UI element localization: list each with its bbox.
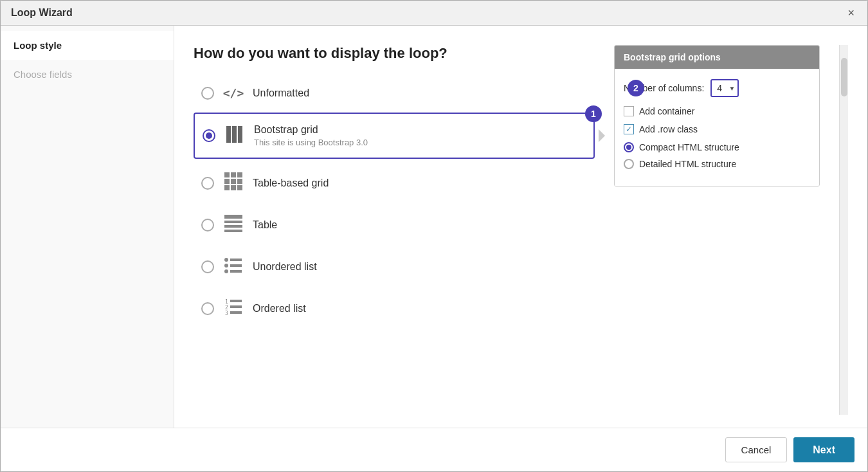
radio-ordered-list[interactable] xyxy=(201,302,214,315)
option-table-based-grid[interactable]: Table-based grid xyxy=(194,165,595,201)
dialog-footer: Cancel Next xyxy=(1,428,867,471)
columns-select[interactable]: 1 2 3 4 5 6 xyxy=(710,79,739,97)
main-content: How do you want to display the loop? </>… xyxy=(174,26,867,428)
unordered-list-icon xyxy=(222,255,245,278)
compact-html-label: Compact HTML structure xyxy=(639,142,739,152)
dialog-titlebar: Loop Wizard × xyxy=(1,1,867,26)
svg-rect-15 xyxy=(224,230,242,232)
option-unordered-list[interactable]: Unordered list xyxy=(194,249,595,284)
sidebar-item-choose-fields[interactable]: Choose fields xyxy=(1,60,174,89)
radio-unordered-list[interactable] xyxy=(201,260,214,273)
code-icon: </> xyxy=(222,86,245,100)
option-ordered-list[interactable]: 1 2 3 Ordered list xyxy=(194,291,595,326)
svg-text:2: 2 xyxy=(225,305,228,311)
loop-wizard-dialog: Loop Wizard × Loop style Choose fields H… xyxy=(0,0,868,472)
close-button[interactable]: × xyxy=(845,7,857,19)
option-label-group-ordered: Ordered list xyxy=(253,303,306,314)
main-question: How do you want to display the loop? xyxy=(194,45,595,62)
scrollbar[interactable] xyxy=(839,45,848,415)
svg-point-16 xyxy=(224,258,228,262)
svg-text:1: 1 xyxy=(225,299,228,305)
svg-rect-12 xyxy=(224,215,242,219)
radio-table[interactable] xyxy=(201,219,214,231)
selected-arrow xyxy=(599,129,605,142)
svg-rect-17 xyxy=(230,259,242,261)
dialog-body: Loop style Choose fields How do you want… xyxy=(1,26,867,428)
option-label-group-unordered: Unordered list xyxy=(253,261,317,273)
option-unformatted[interactable]: </> Unformatted xyxy=(194,80,595,106)
ordered-list-icon: 1 2 3 xyxy=(222,297,245,320)
svg-text:3: 3 xyxy=(225,311,228,316)
add-row-class-label: Add .row class xyxy=(639,124,698,134)
compact-html-radio[interactable] xyxy=(624,142,634,152)
add-row-class-row[interactable]: ✓ Add .row class xyxy=(624,124,810,134)
svg-point-20 xyxy=(224,269,228,273)
option-label-group-unformatted: Unformatted xyxy=(253,87,309,99)
radio-unformatted[interactable] xyxy=(201,87,214,100)
svg-rect-1 xyxy=(232,126,237,143)
svg-rect-23 xyxy=(230,300,242,302)
radio-inner xyxy=(206,132,212,139)
options-panel-body: Number of columns: 1 2 3 4 5 6 xyxy=(615,69,819,186)
option-table[interactable]: Table xyxy=(194,207,595,242)
checkmark-icon: ✓ xyxy=(626,125,632,134)
svg-rect-0 xyxy=(226,126,231,143)
sidebar-item-loop-style[interactable]: Loop style xyxy=(1,31,174,60)
dialog-title: Loop Wizard xyxy=(11,7,73,19)
svg-rect-11 xyxy=(237,185,242,190)
svg-rect-8 xyxy=(237,179,242,184)
svg-rect-2 xyxy=(238,126,242,143)
svg-rect-5 xyxy=(237,172,242,177)
add-container-row[interactable]: Add container xyxy=(624,106,810,116)
right-panel: Bootstrap grid options Number of columns… xyxy=(614,45,820,415)
option-label-group-bootstrap: Bootstrap grid This site is using Bootst… xyxy=(254,124,368,147)
svg-rect-14 xyxy=(224,225,242,228)
radio-table-based-grid[interactable] xyxy=(201,177,214,190)
detailed-html-label: Detailed HTML structure xyxy=(639,159,736,169)
next-button[interactable]: Next xyxy=(793,437,854,462)
add-container-label: Add container xyxy=(639,106,694,116)
svg-rect-4 xyxy=(231,172,236,177)
option-label-group-table: Table xyxy=(253,219,277,231)
compact-html-row[interactable]: Compact HTML structure xyxy=(624,142,810,152)
detailed-html-radio[interactable] xyxy=(624,159,634,169)
left-panel: How do you want to display the loop? </>… xyxy=(194,45,595,415)
scrollbar-thumb[interactable] xyxy=(841,58,847,96)
option-label-group-table-grid: Table-based grid xyxy=(253,177,329,189)
svg-rect-9 xyxy=(224,185,230,190)
svg-rect-6 xyxy=(224,179,230,184)
columns-select-wrap: 1 2 3 4 5 6 ▼ xyxy=(710,79,739,97)
svg-rect-25 xyxy=(230,305,242,308)
svg-rect-21 xyxy=(230,270,242,273)
options-panel-header: Bootstrap grid options xyxy=(615,46,819,69)
bootstrap-grid-icon xyxy=(223,125,246,147)
svg-rect-10 xyxy=(231,185,236,190)
bootstrap-options-panel: Bootstrap grid options Number of columns… xyxy=(614,45,820,186)
table-icon xyxy=(222,213,245,236)
sidebar: Loop style Choose fields xyxy=(1,26,174,428)
radio-bootstrap-grid[interactable] xyxy=(203,129,215,142)
add-row-class-checkbox[interactable]: ✓ xyxy=(624,124,634,134)
svg-point-18 xyxy=(224,264,228,268)
svg-rect-3 xyxy=(224,172,230,177)
compact-html-radio-inner xyxy=(626,145,631,150)
badge-1: 1 xyxy=(585,105,602,122)
svg-rect-19 xyxy=(230,264,242,267)
table-based-grid-icon xyxy=(222,172,245,194)
option-bootstrap-grid[interactable]: Bootstrap grid This site is using Bootst… xyxy=(194,113,595,159)
columns-row: Number of columns: 1 2 3 4 5 6 xyxy=(624,79,810,97)
badge-2: 2 xyxy=(628,80,644,96)
svg-rect-27 xyxy=(230,311,242,314)
svg-rect-7 xyxy=(231,179,236,184)
svg-rect-13 xyxy=(224,221,242,223)
detailed-html-row[interactable]: Detailed HTML structure xyxy=(624,159,810,169)
cancel-button[interactable]: Cancel xyxy=(725,437,788,462)
add-container-checkbox[interactable] xyxy=(624,106,634,116)
